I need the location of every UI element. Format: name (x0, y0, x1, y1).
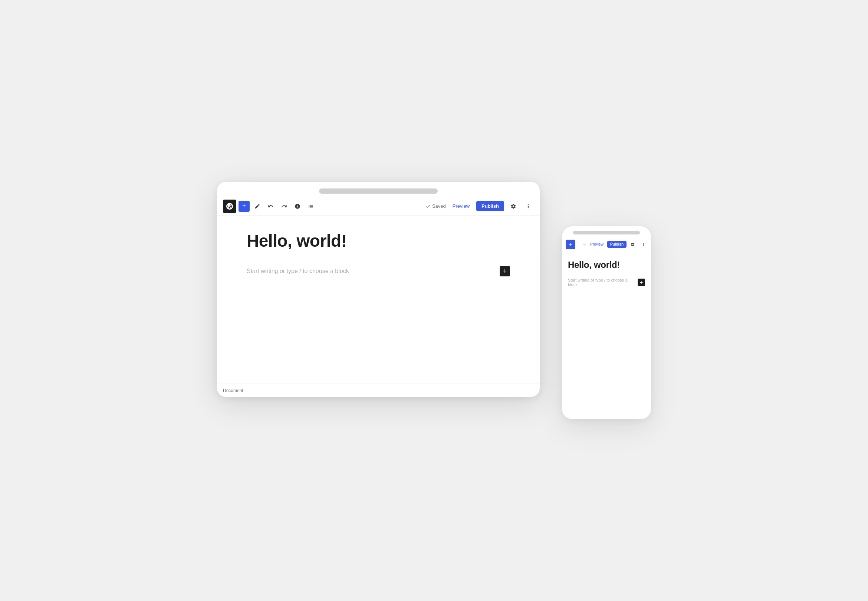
mobile-toolbar: + Preview Publish (562, 237, 651, 252)
edit-button[interactable] (252, 201, 263, 212)
desktop-toolbar: + (217, 197, 540, 216)
mobile-toolbar-right: Preview Publish (583, 240, 647, 249)
add-block-button[interactable]: + (239, 201, 250, 212)
pencil-icon (254, 203, 260, 209)
mobile-editor-area[interactable]: Hello, world! Start writing or type / to… (562, 252, 651, 419)
toolbar-right: Saved Preview Publish (425, 201, 534, 212)
more-options-button[interactable] (523, 201, 534, 212)
info-icon (294, 203, 300, 209)
block-placeholder-text[interactable]: Start writing or type / to choose a bloc… (247, 268, 349, 275)
list-view-button[interactable] (305, 201, 317, 212)
mobile-inline-add-block-button[interactable]: + (638, 279, 645, 286)
desktop-drag-bar (319, 188, 438, 194)
check-icon (425, 204, 431, 209)
undo-icon (268, 203, 274, 209)
mobile-preview-button[interactable]: Preview (589, 241, 605, 247)
redo-button[interactable] (279, 201, 290, 212)
gear-icon (510, 203, 516, 209)
mobile-drag-bar (573, 231, 640, 235)
post-title[interactable]: Hello, world! (247, 231, 510, 251)
wordpress-logo[interactable] (223, 200, 236, 213)
document-label: Document (223, 388, 243, 393)
scene: + (217, 182, 651, 419)
desktop-mockup: + (217, 182, 540, 397)
publish-button[interactable]: Publish (476, 201, 504, 211)
mobile-more-button[interactable] (639, 240, 647, 249)
toolbar-left: + (223, 200, 317, 213)
mobile-add-block-button[interactable]: + (566, 239, 575, 249)
mobile-post-title[interactable]: Hello, world! (568, 260, 645, 270)
mobile-gear-icon (630, 242, 635, 247)
desktop-editor-area[interactable]: Hello, world! Start writing or type / to… (217, 216, 540, 384)
block-placeholder-row: Start writing or type / to choose a bloc… (247, 266, 510, 276)
mobile-block-placeholder-row: Start writing or type / to choose a bloc… (568, 278, 645, 287)
saved-status: Saved (425, 203, 446, 209)
wp-logo-icon (226, 203, 233, 210)
mobile-saved-status (583, 243, 586, 246)
ellipsis-icon (525, 203, 531, 209)
redo-icon (281, 203, 287, 209)
undo-button[interactable] (265, 201, 276, 212)
info-button[interactable] (292, 201, 303, 212)
mobile-check-icon (583, 243, 586, 246)
settings-button[interactable] (508, 201, 519, 212)
preview-button[interactable]: Preview (449, 202, 472, 211)
inline-add-block-button[interactable]: + (499, 266, 510, 276)
mobile-ellipsis-icon (641, 242, 646, 247)
mobile-placeholder-text[interactable]: Start writing or type / to choose a bloc… (568, 278, 638, 287)
mobile-settings-button[interactable] (629, 240, 637, 249)
mobile-publish-button[interactable]: Publish (607, 241, 626, 248)
saved-label: Saved (432, 203, 446, 209)
mobile-mockup: + Preview Publish (562, 226, 651, 419)
list-icon (308, 203, 314, 209)
desktop-bottom-bar: Document (217, 384, 540, 397)
